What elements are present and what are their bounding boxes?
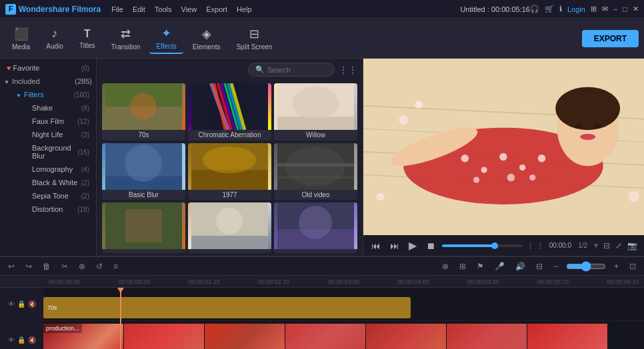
search-box[interactable]: 🔍 bbox=[248, 63, 335, 77]
track-filter-visibility[interactable]: 👁 bbox=[8, 300, 15, 308]
effect-1977[interactable]: 1977 bbox=[188, 143, 271, 200]
ruler-mark-5: 00:00:04:00 bbox=[397, 278, 429, 285]
progress-bar[interactable] bbox=[442, 244, 523, 247]
sidebar-filter-black-white[interactable]: Black & White (2) bbox=[25, 176, 96, 189]
menu-help[interactable]: Help bbox=[237, 5, 252, 13]
sidebar-filter-background-blur[interactable]: Background Blur (16) bbox=[25, 141, 96, 163]
effects-icon: ✦ bbox=[161, 26, 171, 41]
grid-toggle-icon[interactable]: ⋮⋮ bbox=[339, 65, 357, 75]
sidebar-item-included[interactable]: ▼Included (285) bbox=[0, 75, 96, 88]
svg-point-54 bbox=[415, 101, 423, 109]
reset-button[interactable]: ↺ bbox=[93, 260, 105, 272]
tool-media[interactable]: ⬛ Media bbox=[5, 24, 37, 53]
sidebar-item-filters[interactable]: ▼Filters (160) bbox=[9, 88, 96, 101]
menu-view[interactable]: View bbox=[181, 5, 197, 13]
menu-export[interactable]: Export bbox=[206, 5, 227, 13]
track-video-mute[interactable]: 🔇 bbox=[28, 336, 36, 344]
progress-fill bbox=[442, 244, 495, 247]
delete-button[interactable]: 🗑 bbox=[40, 260, 53, 272]
maximize-button[interactable]: □ bbox=[623, 5, 627, 13]
track-video-content[interactable]: production... bbox=[43, 321, 644, 349]
track-video-lock[interactable]: 🔒 bbox=[17, 336, 25, 344]
playhead[interactable] bbox=[120, 288, 121, 349]
grid-icon[interactable]: ⊞ bbox=[591, 5, 597, 13]
undo-button[interactable]: ↩ bbox=[5, 260, 17, 272]
sidebar-sub-included: ▼Filters (160) Shake (8) Faux Film (12) … bbox=[0, 88, 96, 216]
svg-point-19 bbox=[203, 147, 256, 173]
tool-split-screen[interactable]: ⊟ Split Screen bbox=[229, 24, 279, 53]
snap-button[interactable]: ⊞ bbox=[457, 260, 469, 272]
step-back-button[interactable]: ⏭ bbox=[387, 239, 402, 252]
video-thumb-6 bbox=[447, 324, 527, 349]
fit-view-button[interactable]: ⊡ bbox=[627, 260, 639, 272]
cut-button[interactable]: ✂ bbox=[59, 260, 71, 272]
track-filter-content[interactable]: 70s bbox=[43, 288, 644, 320]
info-icon[interactable]: ℹ bbox=[559, 5, 562, 13]
progress-knob[interactable] bbox=[491, 242, 498, 249]
add-track-button[interactable]: ⊕ bbox=[439, 260, 451, 272]
menu-button[interactable]: ≡ bbox=[111, 260, 121, 272]
skip-back-button[interactable]: ⏮ bbox=[369, 239, 383, 252]
menu-edit[interactable]: Edit bbox=[133, 5, 145, 13]
sidebar-filter-list: Shake (8) Faux Film (12) Night Life (3) … bbox=[9, 101, 96, 216]
filter-track-bar[interactable]: 70s bbox=[43, 297, 411, 318]
window-title: Untitled : 00:00:05:16 bbox=[460, 5, 530, 13]
add-button[interactable]: ⊕ bbox=[76, 260, 88, 272]
video-thumb-5 bbox=[366, 324, 446, 349]
track-filter-mute[interactable]: 🔇 bbox=[28, 300, 36, 308]
tool-transition[interactable]: ⇄ Transition bbox=[105, 24, 147, 53]
audio-record-button[interactable]: 🎤 bbox=[492, 260, 507, 272]
search-input[interactable] bbox=[267, 66, 327, 74]
track-video-visibility[interactable]: 👁 bbox=[8, 336, 15, 344]
preview-camera-button[interactable]: 📷 bbox=[626, 240, 639, 252]
close-button[interactable]: ✕ bbox=[633, 5, 639, 13]
sidebar-item-favorite[interactable]: ♥ Favorite (0) bbox=[0, 61, 96, 75]
headphone-icon[interactable]: 🎧 bbox=[530, 5, 539, 13]
preview-fullscreen-button[interactable]: ⤢ bbox=[614, 240, 623, 252]
sidebar-filter-sepia-tone[interactable]: Sepia Tone (2) bbox=[25, 189, 96, 202]
tool-audio[interactable]: ♪ Audio bbox=[39, 24, 70, 53]
track-filter-lock[interactable]: 🔒 bbox=[17, 300, 25, 308]
cart-icon[interactable]: 🛒 bbox=[545, 5, 554, 13]
zoom-in-button[interactable]: + bbox=[611, 260, 621, 272]
menu-tools[interactable]: Tools bbox=[155, 5, 172, 13]
effect-willow[interactable]: Willow bbox=[274, 83, 357, 141]
menu-file[interactable]: File bbox=[111, 5, 123, 13]
svg-point-55 bbox=[629, 191, 639, 202]
svg-point-56 bbox=[377, 193, 385, 201]
elements-icon: ◈ bbox=[202, 27, 211, 41]
preview-settings-button[interactable]: ⊟ bbox=[602, 240, 611, 252]
tool-titles[interactable]: T Titles bbox=[73, 25, 102, 52]
effect-row3a[interactable] bbox=[102, 202, 185, 253]
ruler-mark-1: 00:00:00:20 bbox=[119, 278, 151, 285]
effect-row3a-label bbox=[102, 249, 185, 253]
zoom-out-button[interactable]: − bbox=[551, 260, 561, 272]
export-button[interactable]: EXPORT bbox=[582, 30, 639, 47]
stop-button[interactable]: ⏹ bbox=[423, 239, 438, 252]
mail-icon[interactable]: ✉ bbox=[602, 5, 608, 13]
logo-icon: F bbox=[5, 4, 16, 15]
redo-button[interactable]: ↪ bbox=[23, 260, 35, 272]
effect-basic-blur[interactable]: Basic Blur bbox=[102, 143, 185, 200]
zoom-slider[interactable] bbox=[566, 261, 606, 272]
sidebar-filter-shake[interactable]: Shake (8) bbox=[25, 101, 96, 115]
sidebar-filter-lomography[interactable]: Lomography (4) bbox=[25, 163, 96, 176]
track-video: 👁 🔒 🔇 production... bbox=[0, 321, 644, 349]
sidebar-filter-faux-film[interactable]: Faux Film (12) bbox=[25, 115, 96, 128]
effect-row3c[interactable] bbox=[274, 202, 357, 253]
marker-button[interactable]: ⚑ bbox=[474, 260, 487, 272]
tool-effects[interactable]: ✦ Effects bbox=[149, 23, 183, 54]
split-view-button[interactable]: ⊟ bbox=[533, 260, 545, 272]
effect-old-video[interactable]: Old video bbox=[274, 143, 357, 200]
login-button[interactable]: Login bbox=[567, 5, 585, 13]
tool-elements[interactable]: ◈ Elements bbox=[186, 24, 227, 53]
video-track-filename: production... bbox=[43, 324, 82, 333]
effect-chromatic-aberration[interactable]: Chromatic Aberration bbox=[188, 83, 271, 141]
effect-row3b[interactable] bbox=[188, 202, 271, 253]
voice-button[interactable]: 🔊 bbox=[513, 260, 528, 272]
sidebar-filter-night-life[interactable]: Night Life (3) bbox=[25, 128, 96, 141]
sidebar-filter-distortion[interactable]: Distortion (18) bbox=[25, 202, 96, 216]
play-button[interactable]: ▶ bbox=[406, 238, 419, 253]
minimize-button[interactable]: − bbox=[613, 5, 617, 13]
effect-70s[interactable]: 70s bbox=[102, 83, 185, 141]
